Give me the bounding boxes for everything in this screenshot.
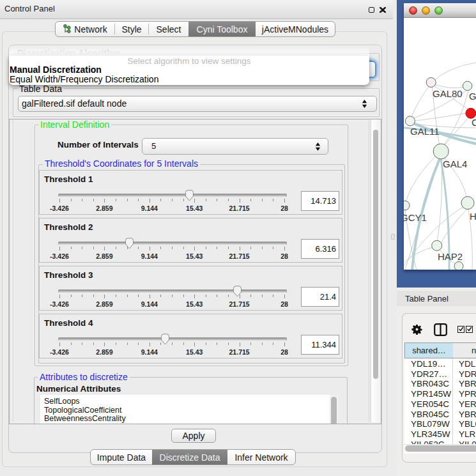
svg-text:GAL80: GAL80 <box>433 88 463 99</box>
svg-text:GAL11: GAL11 <box>410 126 440 137</box>
svg-text:GAL4: GAL4 <box>443 158 467 169</box>
svg-text:GA: GA <box>469 91 476 102</box>
svg-text:GCY1: GCY1 <box>404 212 427 223</box>
svg-text:HAP2: HAP2 <box>438 251 463 262</box>
svg-text:C: C <box>472 117 476 128</box>
svg-text:H: H <box>470 211 476 222</box>
